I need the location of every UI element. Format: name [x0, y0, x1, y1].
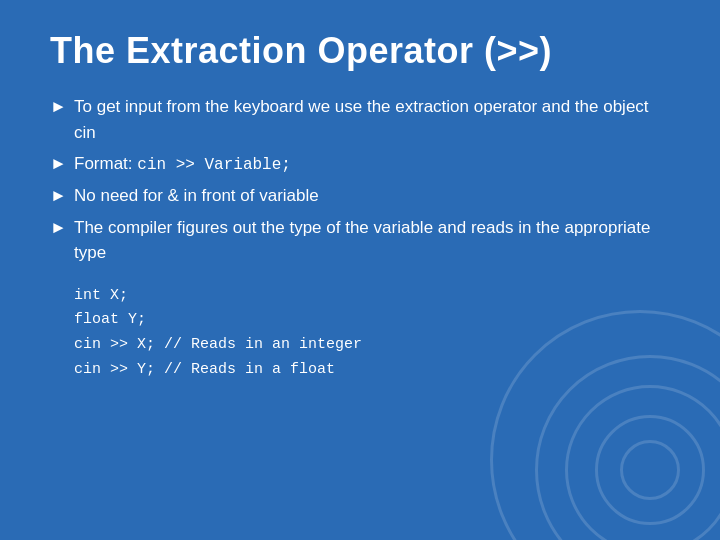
slide: The Extraction Operator (>>) ► To get in… [0, 0, 720, 540]
bullet-2-code: cin >> Variable; [137, 156, 291, 174]
slide-title: The Extraction Operator (>>) [50, 30, 670, 72]
bullet-3-text: No need for & in front of variable [74, 186, 319, 205]
arrow-icon-1: ► [50, 94, 67, 120]
arrow-icon-2: ► [50, 151, 67, 177]
bullet-2: ► Format: cin >> Variable; [50, 151, 670, 177]
bullet-3: ► No need for & in front of variable [50, 183, 670, 209]
arrow-icon-3: ► [50, 183, 67, 209]
code-line-3: cin >> X; // Reads in an integer [74, 333, 670, 358]
code-line-4: cin >> Y; // Reads in a float [74, 358, 670, 383]
bullet-list: ► To get input from the keyboard we use … [50, 94, 670, 266]
bullet-1-text: To get input from the keyboard we use th… [74, 97, 649, 142]
code-block: int X; float Y; cin >> X; // Reads in an… [74, 284, 670, 383]
bullet-1: ► To get input from the keyboard we use … [50, 94, 670, 145]
code-line-2: float Y; [74, 308, 670, 333]
decorative-circles [540, 360, 720, 540]
bullet-4: ► The compiler figures out the type of t… [50, 215, 670, 266]
code-line-1: int X; [74, 284, 670, 309]
arrow-icon-4: ► [50, 215, 67, 241]
bullet-2-prefix: Format: [74, 154, 137, 173]
bullet-4-text: The compiler figures out the type of the… [74, 218, 650, 263]
